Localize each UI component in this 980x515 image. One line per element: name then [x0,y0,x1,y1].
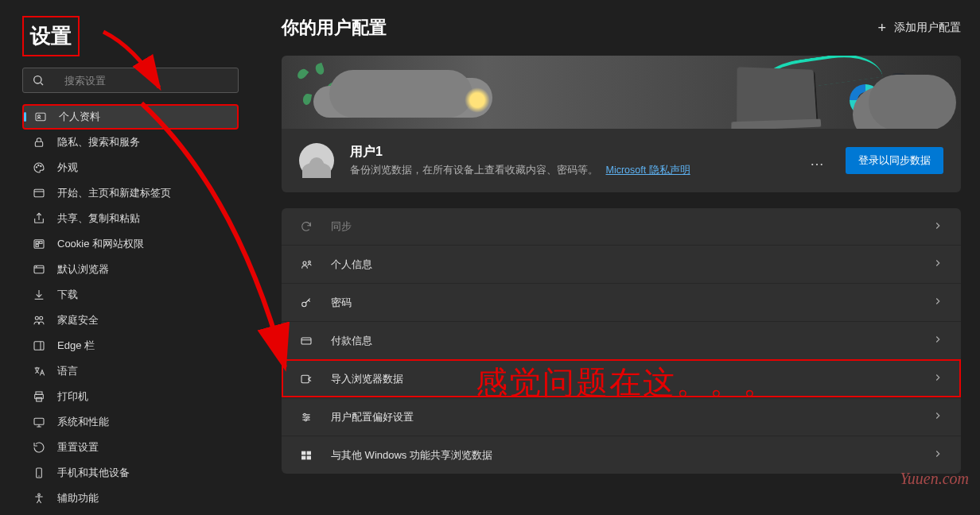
setting-row-1[interactable]: 个人信息 [282,245,961,283]
chevron-right-icon [932,448,943,462]
search-settings-input[interactable] [64,75,230,87]
page-title: 你的用户配置 [282,16,387,40]
cookie-icon [32,237,46,251]
header-row: 你的用户配置 + 添加用户配置 [282,16,961,40]
nav-item-label: 辅助功能 [57,491,99,505]
setting-row-label: 个人信息 [331,258,372,272]
svg-rect-14 [36,245,38,247]
nav-item-14[interactable]: 手机和其他设备 [22,460,239,486]
svg-point-42 [307,416,309,418]
printer-icon [32,389,46,404]
setting-row-2[interactable]: 密码 [282,283,961,321]
svg-rect-46 [307,451,311,455]
svg-point-5 [36,167,37,168]
card-icon [299,334,313,348]
svg-rect-4 [35,141,42,146]
chevron-right-icon [932,372,943,385]
svg-point-17 [36,266,37,267]
nav-item-label: 家庭安全 [57,313,99,327]
nav-item-8[interactable]: 家庭安全 [22,308,239,333]
svg-point-0 [34,76,41,83]
svg-point-7 [41,165,41,166]
nav-item-9[interactable]: Edge 栏 [22,333,239,358]
svg-rect-26 [37,397,42,401]
plus-icon: + [877,20,886,37]
settings-title: 设置 [22,16,80,56]
svg-point-6 [38,165,39,165]
sync-icon [299,219,313,234]
svg-line-1 [41,83,43,85]
nav-item-10[interactable]: 语言 [22,358,239,384]
setting-row-label: 同步 [331,219,352,234]
windows-icon [299,448,313,463]
setting-row-label: 与其他 Windows 功能共享浏览数据 [331,448,492,463]
setting-row-label: 付款信息 [331,334,372,348]
svg-point-20 [35,316,38,319]
more-button[interactable]: … [802,149,833,172]
nav-item-6[interactable]: 默认浏览器 [22,257,239,282]
svg-point-3 [38,115,41,118]
setting-row-label: 导入浏览器数据 [331,372,403,386]
accessibility-icon [32,491,46,505]
nav-item-label: Edge 栏 [57,339,95,353]
search-icon [31,73,45,87]
chevron-right-icon [932,334,943,347]
svg-point-32 [38,494,41,496]
nav-item-15[interactable]: 辅助功能 [22,486,239,511]
nav-item-16[interactable]: 关于 Microsoft Edge [22,511,239,515]
setting-row-label: 用户配置偏好设置 [331,410,414,424]
profile-banner [282,56,961,129]
key-icon [299,296,313,310]
nav-item-1[interactable]: 隐私、搜索和服务 [22,130,239,155]
profile-description: 备份浏览数据，在所有设备上查看收藏内容、密码等。 Microsoft 隐私声明 [350,164,802,177]
nav-item-label: 语言 [57,364,78,378]
nav-item-label: 下载 [57,288,78,302]
setting-row-6[interactable]: 与其他 Windows 功能共享浏览数据 [282,436,961,474]
nav-item-label: 手机和其他设备 [57,466,130,480]
import-icon [299,372,313,386]
nav-item-label: Cookie 和网站权限 [57,237,144,251]
svg-point-21 [40,316,43,319]
svg-point-34 [309,261,311,263]
family-icon [32,313,46,327]
download-icon [32,288,46,302]
nav-item-4[interactable]: 共享、复制和粘贴 [22,206,239,231]
nav-item-13[interactable]: 重置设置 [22,435,239,460]
chevron-right-icon [932,220,943,234]
privacy-link[interactable]: Microsoft 隐私声明 [605,165,690,176]
setting-row-4[interactable]: 导入浏览器数据 [282,359,961,397]
person-card-icon [33,110,48,124]
svg-point-40 [304,413,306,416]
signin-button[interactable]: 登录以同步数据 [846,147,943,174]
svg-rect-12 [36,242,38,244]
nav-item-11[interactable]: 打印机 [22,384,239,409]
nav-item-label: 系统和性能 [57,415,109,429]
svg-rect-47 [301,455,305,459]
nav-item-12[interactable]: 系统和性能 [22,409,239,435]
chevron-right-icon [932,296,943,309]
nav-item-3[interactable]: 开始、主页和新建标签页 [22,180,239,206]
setting-row-0: 同步 [282,208,961,245]
nav-item-0[interactable]: 个人资料 [22,104,239,130]
svg-rect-22 [34,342,44,350]
setting-row-5[interactable]: 用户配置偏好设置 [282,397,961,436]
svg-rect-36 [301,338,311,344]
nav-item-label: 隐私、搜索和服务 [57,135,140,149]
svg-rect-48 [307,455,311,459]
nav-item-7[interactable]: 下载 [22,282,239,308]
browser-icon [32,262,46,277]
add-profile-button[interactable]: + 添加用户配置 [877,20,961,37]
svg-rect-8 [34,189,44,196]
svg-point-35 [302,302,306,306]
setting-row-label: 密码 [331,296,352,310]
nav-item-2[interactable]: 外观 [22,155,239,180]
chevron-right-icon [932,410,943,424]
nav-item-label: 个人资料 [59,110,100,124]
add-profile-label: 添加用户配置 [894,21,961,35]
language-icon [32,364,46,378]
setting-row-3[interactable]: 付款信息 [282,321,961,359]
nav-item-5[interactable]: Cookie 和网站权限 [22,231,239,257]
search-settings-box[interactable] [22,68,239,93]
lock-icon [32,135,46,149]
nav-item-label: 开始、主页和新建标签页 [57,186,171,200]
